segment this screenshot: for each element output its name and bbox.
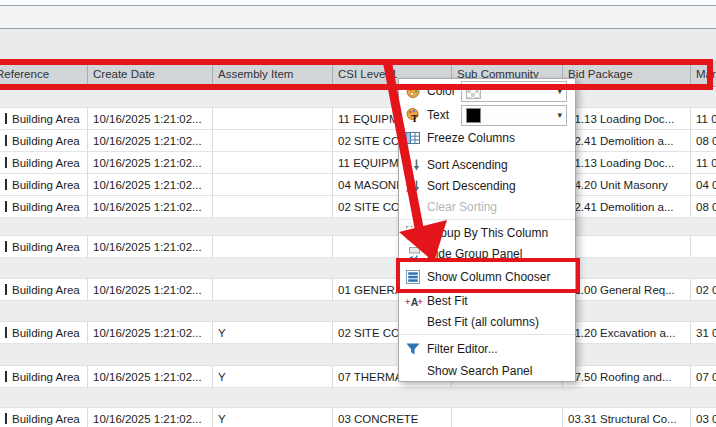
- cell-text: 11 0: [696, 113, 716, 125]
- menu-item-group-by-this-column[interactable]: Group By This Column: [399, 222, 575, 243]
- color-color-dropdown[interactable]: ▾: [461, 81, 567, 102]
- cell-text: Building Area: [12, 284, 80, 296]
- grid-row[interactable]: Building Area10/16/2025 1:21:02...02 SIT…: [0, 130, 716, 152]
- cell-create_date[interactable]: 10/16/2025 1:21:02...: [88, 174, 213, 195]
- cell-bid_package[interactable]: 03.31 Structural Co...: [563, 408, 691, 427]
- cell-text: Building Area: [12, 371, 80, 383]
- cell-reference[interactable]: Building Area: [0, 152, 88, 173]
- cell-assembly_item[interactable]: [213, 279, 333, 300]
- cell-bid_package[interactable]: 07.50 Roofing and...: [563, 366, 691, 387]
- cell-assembly_item[interactable]: [213, 108, 333, 129]
- cell-assembly_item[interactable]: Y: [213, 408, 333, 427]
- cell-mark[interactable]: 08 0: [691, 130, 716, 151]
- menu-item-best-fit[interactable]: +A+Best Fit: [399, 290, 575, 311]
- grid-row[interactable]: Building Area10/16/2025 1:21:02...01 GEN…: [0, 279, 716, 301]
- cell-bid_package[interactable]: 01.00 General Req...: [563, 279, 691, 300]
- cell-reference[interactable]: Building Area: [0, 366, 88, 387]
- column-header-reference[interactable]: Reference: [0, 61, 88, 86]
- cell-assembly_item[interactable]: Y: [213, 322, 333, 343]
- cell-text: Building Area: [12, 201, 80, 213]
- cell-reference[interactable]: Building Area: [0, 196, 88, 217]
- cell-text: 03 0: [696, 413, 716, 425]
- menu-item-label: Show Search Panel: [427, 364, 532, 378]
- grid-row[interactable]: Building Area10/16/2025 1:21:02...Y02 SI…: [0, 322, 716, 344]
- cell-text: 02.41 Demolition a...: [568, 135, 673, 147]
- clipped-text-fragment: [5, 201, 7, 212]
- cell-assembly_item[interactable]: [213, 236, 333, 257]
- sort-descending-icon: ZA: [405, 178, 427, 193]
- cell-reference[interactable]: Building Area: [0, 174, 88, 195]
- cell-reference[interactable]: Building Area: [0, 279, 88, 300]
- cell-create_date[interactable]: 10/16/2025 1:21:02...: [88, 408, 213, 427]
- cell-mark[interactable]: 31 0: [691, 322, 716, 343]
- menu-item-best-fit-all-columns[interactable]: Best Fit (all columns): [399, 311, 575, 332]
- menu-item-clear-sorting[interactable]: Clear Sorting: [399, 196, 575, 217]
- menu-item-freeze-columns[interactable]: Freeze Columns: [399, 127, 575, 149]
- cell-mark[interactable]: 08 0: [691, 196, 716, 217]
- svg-text:A: A: [406, 186, 411, 193]
- grid-row[interactable]: Building Area10/16/2025 1:21:02...Y03 CO…: [0, 408, 716, 427]
- cell-reference[interactable]: Building Area: [0, 130, 88, 151]
- cell-assembly_item[interactable]: [213, 196, 333, 217]
- column-header-bid_package[interactable]: Bid Package: [563, 61, 691, 86]
- menu-item-label: Hide Group Panel: [427, 247, 522, 261]
- cell-bid_package[interactable]: 02.41 Demolition a...: [563, 130, 691, 151]
- column-header-assembly_item[interactable]: Assembly Item: [213, 61, 333, 86]
- menu-item-text[interactable]: TText▾: [399, 103, 575, 127]
- cell-reference[interactable]: Building Area: [0, 108, 88, 129]
- cell-create_date[interactable]: 10/16/2025 1:21:02...: [88, 130, 213, 151]
- cell-mark[interactable]: 11 0: [691, 108, 716, 129]
- column-header-mark[interactable]: Mark: [691, 61, 716, 86]
- cell-create_date[interactable]: 10/16/2025 1:21:02...: [88, 236, 213, 257]
- grid-row[interactable]: Building Area10/16/2025 1:21:02...Y07 TH…: [0, 366, 716, 388]
- cell-bid_package[interactable]: 02.41 Demolition a...: [563, 196, 691, 217]
- text-color-dropdown[interactable]: ▾: [461, 105, 567, 126]
- cell-sub_community[interactable]: [452, 408, 563, 427]
- grid-header: ReferenceCreate DateAssembly ItemCSI Lev…: [0, 61, 716, 87]
- cell-create_date[interactable]: 10/16/2025 1:21:02...: [88, 366, 213, 387]
- cell-reference[interactable]: Building Area: [0, 408, 88, 427]
- menu-item-sort-descending[interactable]: ZASort Descending: [399, 175, 575, 196]
- cell-assembly_item[interactable]: [213, 130, 333, 151]
- clipped-text-fragment: [5, 327, 7, 338]
- column-header-label: Create Date: [93, 68, 155, 80]
- cell-assembly_item[interactable]: [213, 174, 333, 195]
- cell-bid_package[interactable]: 01.13 Loading Doc...: [563, 108, 691, 129]
- cell-assembly_item[interactable]: Y: [213, 366, 333, 387]
- grid-row[interactable]: Building Area10/16/2025 1:21:02...02 SIT…: [0, 196, 716, 218]
- cell-mark[interactable]: 03 0: [691, 408, 716, 427]
- grid-row[interactable]: Building Area10/16/2025 1:21:02...11 EQU…: [0, 108, 716, 130]
- grid-row[interactable]: Building Area10/16/2025 1:21:02...11 EQU…: [0, 152, 716, 174]
- cell-reference[interactable]: Building Area: [0, 322, 88, 343]
- cell-mark[interactable]: 11 0: [691, 152, 716, 173]
- column-header-create_date[interactable]: Create Date: [88, 61, 213, 86]
- cell-text: 04 0: [696, 179, 716, 191]
- cell-mark[interactable]: 04 0: [691, 174, 716, 195]
- menu-item-hide-group-panel[interactable]: Hide Group Panel: [399, 243, 575, 264]
- menu-item-sort-ascending[interactable]: AZSort Ascending: [399, 154, 575, 175]
- cell-create_date[interactable]: 10/16/2025 1:21:02...: [88, 108, 213, 129]
- cell-create_date[interactable]: 10/16/2025 1:21:02...: [88, 322, 213, 343]
- cell-bid_package[interactable]: 31.20 Excavation a...: [563, 322, 691, 343]
- group-panel-strip: [0, 29, 716, 61]
- cell-create_date[interactable]: 10/16/2025 1:21:02...: [88, 279, 213, 300]
- menu-item-filter-editor[interactable]: Filter Editor...: [399, 337, 575, 360]
- cell-bid_package[interactable]: 01.13 Loading Doc...: [563, 152, 691, 173]
- menu-item-color[interactable]: Color▾: [399, 79, 575, 103]
- cell-mark[interactable]: [691, 236, 716, 257]
- cell-reference[interactable]: Building Area: [0, 236, 88, 257]
- menu-item-show-search-panel[interactable]: Show Search Panel: [399, 360, 575, 381]
- cell-text: Building Area: [12, 179, 80, 191]
- cell-bid_package[interactable]: 04.20 Unit Masonry: [563, 174, 691, 195]
- menu-item-show-column-chooser[interactable]: Show Column Chooser: [399, 264, 575, 290]
- grid-row[interactable]: Building Area10/16/2025 1:21:02...04 MAS…: [0, 174, 716, 196]
- clipped-text-fragment: [5, 241, 7, 252]
- cell-bid_package[interactable]: [563, 236, 691, 257]
- cell-csi_level_1[interactable]: 03 CONCRETE: [333, 408, 452, 427]
- cell-mark[interactable]: 02 0: [691, 279, 716, 300]
- cell-create_date[interactable]: 10/16/2025 1:21:02...: [88, 196, 213, 217]
- cell-create_date[interactable]: 10/16/2025 1:21:02...: [88, 152, 213, 173]
- cell-mark[interactable]: 07 0: [691, 366, 716, 387]
- cell-assembly_item[interactable]: [213, 152, 333, 173]
- grid-row[interactable]: Building Area10/16/2025 1:21:02...: [0, 236, 716, 258]
